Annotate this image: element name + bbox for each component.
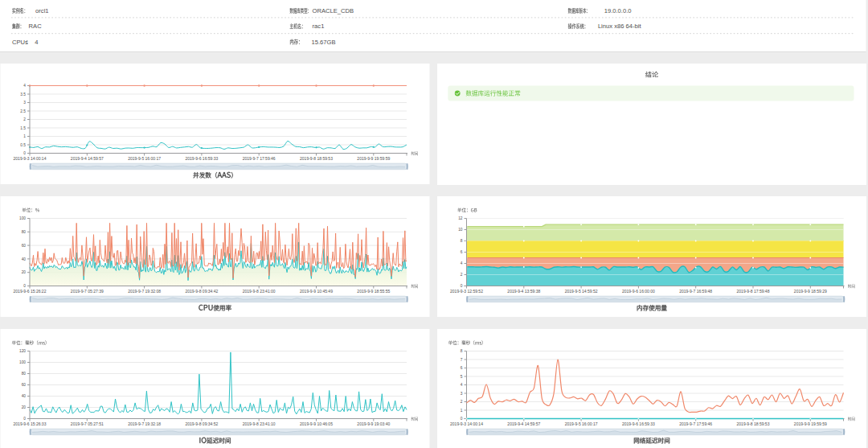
svg-text:2019-9-5 16:00:17: 2019-9-5 16:00:17 — [565, 421, 598, 426]
svg-text:5: 5 — [461, 375, 463, 379]
svg-text:10: 10 — [458, 228, 463, 232]
svg-text:2019-9-6 16:59:33: 2019-9-6 16:59:33 — [622, 421, 655, 426]
svg-text:2019-9-8 17:59:48: 2019-9-8 17:59:48 — [737, 289, 770, 294]
svg-text:2019-9-8 09:34:42: 2019-9-8 09:34:42 — [185, 289, 218, 294]
svg-text:100: 100 — [19, 360, 26, 364]
svg-text:2019-9-9 10:45:49: 2019-9-9 10:45:49 — [300, 289, 333, 294]
svg-text:2019-9-7 19:32:08: 2019-9-7 19:32:08 — [128, 289, 161, 294]
svg-text:2: 2 — [23, 117, 26, 121]
svg-text:2019-9-6 16:00:00: 2019-9-6 16:00:00 — [622, 289, 655, 294]
svg-text:rac1: rac1 — [313, 23, 325, 30]
svg-text:8: 8 — [461, 349, 463, 353]
svg-text:2: 2 — [461, 273, 463, 277]
svg-text:2019-9-7 17:59:46: 2019-9-7 17:59:46 — [243, 156, 276, 161]
svg-text:7: 7 — [461, 358, 463, 362]
svg-text:2019-9-6 15:26:22: 2019-9-6 15:26:22 — [14, 289, 47, 294]
svg-text:3: 3 — [461, 392, 463, 396]
svg-text:0: 0 — [461, 284, 463, 288]
svg-text:2019-9-4 13:59:38: 2019-9-4 13:59:38 — [507, 289, 540, 294]
svg-text:2019-9-9 19:59:59: 2019-9-9 19:59:59 — [794, 421, 827, 426]
svg-text:2019-9-7 16:59:48: 2019-9-7 16:59:48 — [679, 289, 712, 294]
svg-text:2019-9-4 14:59:57: 2019-9-4 14:59:57 — [71, 156, 104, 161]
svg-text:0: 0 — [23, 284, 26, 288]
svg-text:4: 4 — [461, 261, 463, 265]
svg-text:2019-9-9 19:59:59: 2019-9-9 19:59:59 — [357, 156, 390, 161]
svg-text:6: 6 — [461, 366, 463, 370]
svg-text:2: 2 — [461, 400, 463, 404]
svg-text:orcl1: orcl1 — [35, 7, 48, 14]
svg-text:2019-9-6 15:26:33: 2019-9-6 15:26:33 — [14, 421, 47, 426]
svg-text:40: 40 — [22, 257, 27, 261]
svg-text:2019-9-8 18:59:53: 2019-9-8 18:59:53 — [737, 421, 770, 426]
svg-text:1: 1 — [23, 134, 26, 138]
svg-text:19.0.0.0.0: 19.0.0.0.0 — [604, 7, 632, 14]
svg-text:2019-9-4 14:59:57: 2019-9-4 14:59:57 — [507, 421, 540, 426]
svg-text:2019-9-8 09:34:52: 2019-9-8 09:34:52 — [185, 421, 218, 426]
svg-text:0: 0 — [23, 417, 26, 421]
svg-text:0: 0 — [23, 151, 26, 155]
svg-text:2019-9-5 16:00:17: 2019-9-5 16:00:17 — [128, 156, 161, 161]
svg-text:2019-9-5 14:59:52: 2019-9-5 14:59:52 — [565, 289, 598, 294]
svg-text:60: 60 — [22, 244, 27, 248]
svg-text:12: 12 — [458, 216, 463, 220]
svg-text:2019-9-9 19:03:40: 2019-9-9 19:03:40 — [357, 421, 390, 426]
svg-text:4: 4 — [23, 84, 26, 88]
svg-text:RAC: RAC — [29, 23, 43, 30]
svg-text:80: 80 — [22, 372, 27, 376]
svg-text:100: 100 — [19, 216, 26, 220]
svg-text:2019-9-3 12:59:52: 2019-9-3 12:59:52 — [450, 289, 483, 294]
svg-text:80: 80 — [22, 230, 27, 234]
svg-text:3: 3 — [23, 101, 26, 105]
svg-text:2019-9-8 23:41:10: 2019-9-8 23:41:10 — [243, 421, 276, 426]
svg-text:3.5: 3.5 — [20, 92, 26, 97]
svg-text:1: 1 — [461, 409, 463, 413]
svg-text:ORACLE_CDB: ORACLE_CDB — [313, 7, 354, 14]
svg-text:2019-9-7 17:59:46: 2019-9-7 17:59:46 — [679, 421, 712, 426]
svg-text:40: 40 — [22, 394, 27, 398]
svg-text:2019-9-3 14:00:14: 2019-9-3 14:00:14 — [450, 421, 483, 426]
svg-text:20: 20 — [22, 270, 27, 274]
svg-text:2019-9-9 10:46:05: 2019-9-9 10:46:05 — [300, 421, 333, 426]
svg-text:0.5: 0.5 — [20, 143, 26, 147]
svg-text:2019-9-7 05:27:51: 2019-9-7 05:27:51 — [71, 421, 104, 426]
svg-text:2.5: 2.5 — [20, 109, 26, 113]
svg-text:120: 120 — [19, 349, 26, 353]
svg-text:6: 6 — [461, 250, 463, 254]
svg-text:2019-9-9 18:59:29: 2019-9-9 18:59:29 — [794, 289, 827, 294]
svg-text:60: 60 — [22, 383, 27, 387]
svg-text:20: 20 — [22, 405, 27, 409]
svg-text:2019-9-3 14:00:14: 2019-9-3 14:00:14 — [14, 156, 47, 161]
svg-text:2019-9-9 18:55:55: 2019-9-9 18:55:55 — [357, 289, 390, 294]
svg-text:4: 4 — [461, 383, 463, 387]
svg-text:2019-9-6 16:59:33: 2019-9-6 16:59:33 — [185, 156, 218, 161]
svg-text:15.67GB: 15.67GB — [312, 39, 336, 46]
svg-text:8: 8 — [461, 239, 463, 243]
svg-text:2019-9-8 23:41:00: 2019-9-8 23:41:00 — [243, 289, 276, 294]
svg-text:4: 4 — [35, 39, 38, 46]
svg-text:CPUs: CPUs — [12, 39, 28, 46]
svg-text:2019-9-8 18:59:53: 2019-9-8 18:59:53 — [300, 156, 333, 161]
svg-text:Linux x86 64-bit: Linux x86 64-bit — [598, 23, 642, 30]
svg-text:2019-9-7 19:32:18: 2019-9-7 19:32:18 — [128, 421, 161, 426]
svg-text:2019-9-7 05:27:39: 2019-9-7 05:27:39 — [71, 289, 104, 294]
svg-text:0: 0 — [461, 417, 463, 421]
svg-text:1.5: 1.5 — [20, 126, 26, 130]
